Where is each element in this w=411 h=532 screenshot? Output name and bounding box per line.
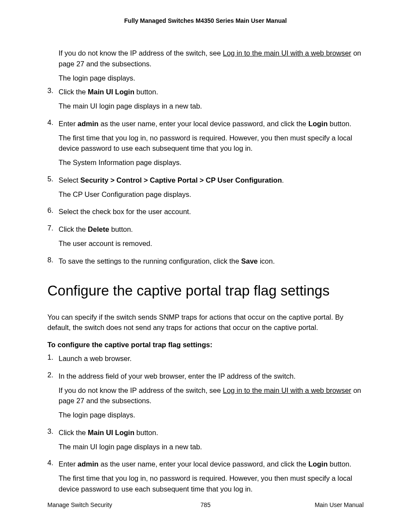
step-number: 5. <box>47 175 59 203</box>
step-number: 4. <box>47 459 59 498</box>
step-subtext: The main UI login page displays in a new… <box>59 101 364 112</box>
step-number: 4. <box>47 118 59 171</box>
section-intro: You can specify if the switch sends SNMP… <box>47 312 364 333</box>
paragraph-login-displays: The login page displays. <box>59 73 364 84</box>
step-subtext: If you do not know the IP address of the… <box>59 385 364 407</box>
step-text: To save the settings to the running conf… <box>59 256 364 267</box>
step-text: Click the Main UI Login button. <box>59 427 364 438</box>
step-subtext: The System Information page displays. <box>59 157 364 168</box>
step-number: 3. <box>47 87 59 115</box>
b-step-1: 1. Launch a web browser. <box>47 353 364 367</box>
step-8: 8. To save the settings to the running c… <box>47 256 364 270</box>
b-step-4: 4. Enter admin as the user name, enter y… <box>47 459 364 498</box>
step-text: Launch a web browser. <box>59 353 364 364</box>
step-number: 6. <box>47 206 59 221</box>
b-step-3: 3. Click the Main UI Login button. The m… <box>47 427 364 456</box>
step-number: 2. <box>47 371 59 424</box>
footer-page-number: 785 <box>200 501 210 508</box>
link-login-main-ui[interactable]: Log in to the main UI with a web browser <box>223 386 351 394</box>
step-number: 3. <box>47 427 59 456</box>
step-5: 5. Select Security > Control > Captive P… <box>47 175 364 203</box>
step-text: Click the Delete button. <box>59 224 364 235</box>
step-text: Select Security > Control > Captive Port… <box>59 175 364 186</box>
step-text: Click the Main UI Login button. <box>59 87 364 97</box>
section-heading: Configure the captive portal trap flag s… <box>47 282 364 299</box>
step-number: 8. <box>47 256 59 270</box>
step-subtext: The first time that you log in, no passw… <box>59 473 364 495</box>
footer-right: Main User Manual <box>314 501 364 508</box>
step-subtext: The CP User Configuration page displays. <box>59 189 364 200</box>
step-number: 1. <box>47 353 59 367</box>
sub-heading: To configure the captive portal trap fla… <box>47 341 364 349</box>
step-subtext: The login page displays. <box>59 410 364 420</box>
step-7: 7. Click the Delete button. The user acc… <box>47 224 364 252</box>
step-3: 3. Click the Main UI Login button. The m… <box>47 87 364 115</box>
step-text: Select the check box for the user accoun… <box>59 206 364 217</box>
step-subtext: The user account is removed. <box>59 238 364 249</box>
link-login-main-ui[interactable]: Log in to the main UI with a web browser <box>223 49 351 57</box>
step-number: 7. <box>47 224 59 252</box>
document-header-title: Fully Managed Switches M4350 Series Main… <box>47 17 364 24</box>
step-6: 6. Select the check box for the user acc… <box>47 206 364 221</box>
step-text: In the address field of your web browser… <box>59 371 364 382</box>
step-text: Enter admin as the user name, enter your… <box>59 118 364 129</box>
page-footer: Manage Switch Security 785 Main User Man… <box>47 501 364 508</box>
b-step-2: 2. In the address field of your web brow… <box>47 371 364 424</box>
step-text: Enter admin as the user name, enter your… <box>59 459 364 470</box>
step-4: 4. Enter admin as the user name, enter y… <box>47 118 364 171</box>
paragraph-ip-address: If you do not know the IP address of the… <box>59 48 364 69</box>
step-subtext: The main UI login page displays in a new… <box>59 442 364 452</box>
step-subtext: The first time that you log in, no passw… <box>59 133 364 154</box>
footer-left: Manage Switch Security <box>47 501 112 508</box>
